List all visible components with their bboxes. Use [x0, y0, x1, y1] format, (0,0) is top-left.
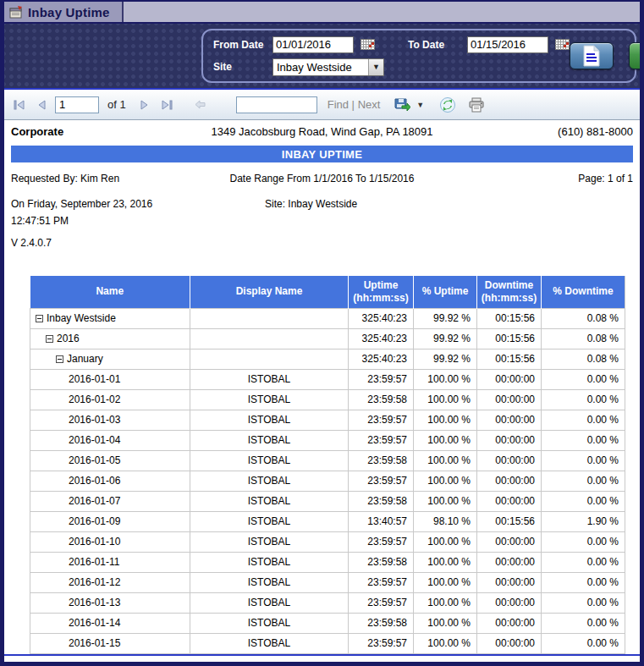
cell-uptime: 23:59:58 [349, 491, 414, 511]
from-date-calendar-icon[interactable] [361, 39, 375, 50]
view-report-button[interactable] [570, 42, 614, 69]
cell-display-name [190, 328, 349, 349]
cell-display-name: ISTOBAL [190, 369, 349, 389]
cell-downtime: 00:15:56 [477, 328, 542, 349]
cell-name: Inbay Westside [30, 308, 190, 328]
cell-pct-uptime: 99.92 % [414, 349, 477, 369]
tab-title: Inbay Uptime [28, 5, 110, 19]
cell-downtime: 00:00:00 [477, 369, 542, 389]
tab-inbay-uptime[interactable]: Inbay Uptime [4, 2, 124, 22]
to-date-input[interactable] [467, 36, 548, 53]
app-window: Inbay Uptime From Date [0, 0, 644, 666]
action-buttons [570, 42, 644, 69]
page-number-input[interactable] [55, 96, 99, 113]
cell-pct-downtime: 0.00 % [542, 491, 625, 511]
cell-pct-uptime: 98.10 % [414, 511, 477, 531]
cell-pct-downtime: 0.00 % [542, 633, 625, 653]
table-row: 2016325:40:2399.92 %00:15:560.08 % [30, 328, 625, 349]
cell-pct-uptime: 100.00 % [414, 369, 477, 389]
table-body: Inbay Westside325:40:2399.92 %00:15:560.… [30, 308, 625, 653]
company-phone: (610) 881-8000 [438, 125, 633, 138]
collapse-toggle-icon[interactable] [46, 335, 53, 343]
cell-name: January [30, 349, 190, 369]
cell-downtime: 00:00:00 [477, 633, 542, 653]
cell-pct-downtime: 1.90 % [542, 511, 625, 531]
column-header: % Downtime [542, 276, 625, 308]
uptime-table: NameDisplay NameUptime(hh:mm:ss)% Uptime… [30, 276, 625, 654]
cell-downtime: 00:00:00 [477, 572, 542, 592]
cell-pct-uptime: 100.00 % [414, 430, 477, 450]
cell-display-name: ISTOBAL [190, 633, 349, 653]
cell-downtime: 00:00:00 [477, 491, 542, 511]
cell-uptime: 325:40:23 [349, 349, 414, 369]
first-page-icon[interactable] [11, 96, 28, 113]
site-select-arrow[interactable]: ▼ [368, 59, 383, 75]
cell-downtime: 00:00:00 [477, 552, 542, 572]
save-button[interactable] [629, 42, 644, 69]
column-header: % Uptime [414, 276, 477, 308]
site-select-value: Inbay Westside [273, 61, 368, 74]
page-count-label: of 1 [107, 98, 126, 111]
table-row: 2016-01-10ISTOBAL23:59:57100.00 %00:00:0… [30, 531, 625, 552]
last-page-icon[interactable] [158, 96, 175, 113]
corporate-header-line: Corporate 1349 Jacobsburg Road, Wind Gap… [11, 125, 633, 140]
report-meta-line: Requested By: Kim Ren Date Range From 1/… [11, 173, 633, 186]
cell-pct-downtime: 0.00 % [542, 450, 625, 471]
cell-uptime: 23:59:58 [349, 552, 414, 572]
cell-pct-downtime: 0.08 % [542, 308, 625, 328]
refresh-icon[interactable] [439, 96, 456, 113]
collapse-toggle-icon[interactable] [56, 355, 63, 363]
next-link[interactable]: Next [358, 98, 381, 111]
cell-uptime: 23:59:57 [349, 410, 414, 430]
report-version: V 2.4.0.7 [11, 237, 633, 250]
cell-name: 2016-01-13 [30, 592, 190, 613]
export-dropdown-caret-icon[interactable]: ▼ [416, 101, 424, 109]
find-text-input[interactable] [236, 96, 317, 113]
cell-display-name: ISTOBAL [190, 572, 349, 592]
back-to-parent-icon[interactable] [192, 96, 209, 113]
table-row: 2016-01-07ISTOBAL23:59:58100.00 %00:00:0… [30, 491, 625, 511]
find-next-separator: | [352, 98, 355, 111]
cell-downtime: 00:15:56 [477, 511, 542, 531]
collapse-toggle-icon[interactable] [36, 315, 43, 322]
site-select[interactable]: Inbay Westside ▼ [272, 58, 384, 76]
cell-name: 2016-01-12 [30, 572, 190, 592]
table-row: 2016-01-13ISTOBAL23:59:57100.00 %00:00:0… [30, 592, 625, 613]
cell-display-name: ISTOBAL [190, 450, 349, 471]
cell-downtime: 00:00:00 [477, 389, 542, 410]
company-address: 1349 Jacobsburg Road, Wind Gap, PA 18091 [206, 125, 438, 138]
print-icon[interactable] [468, 96, 485, 113]
to-date-calendar-icon[interactable] [555, 39, 570, 50]
cell-display-name: ISTOBAL [190, 430, 349, 450]
row-name-label: 2016-01-03 [69, 414, 120, 426]
date-range: Date Range From 1/1/2016 To 1/15/2016 [206, 173, 438, 184]
export-icon[interactable] [394, 96, 410, 113]
previous-page-icon[interactable] [33, 96, 50, 113]
table-row: 2016-01-12ISTOBAL23:59:57100.00 %00:00:0… [30, 572, 625, 592]
table-row: 2016-01-09ISTOBAL13:40:5798.10 %00:15:56… [30, 511, 625, 531]
next-page-icon[interactable] [136, 96, 153, 113]
cell-uptime: 23:59:57 [349, 430, 414, 450]
table-row: 2016-01-01ISTOBAL23:59:57100.00 %00:00:0… [30, 369, 625, 389]
generated-line: On Friday, September 23, 2016 Site: Inba… [11, 198, 633, 212]
cell-pct-uptime: 100.00 % [414, 531, 477, 552]
column-header: Name [30, 276, 190, 308]
cell-display-name [190, 349, 349, 369]
generated-date: On Friday, September 23, 2016 [11, 198, 265, 212]
cell-pct-uptime: 100.00 % [414, 633, 477, 653]
cell-display-name: ISTOBAL [190, 491, 349, 511]
cell-uptime: 23:59:57 [349, 471, 414, 491]
site-field-row: Site Inbay Westside ▼ [213, 58, 384, 76]
find-link[interactable]: Find [328, 98, 349, 111]
from-date-input[interactable] [272, 36, 354, 53]
cell-pct-uptime: 100.00 % [414, 552, 477, 572]
cell-uptime: 23:59:57 [349, 531, 414, 552]
filter-panel: From Date To Date [4, 24, 640, 90]
cell-name: 2016-01-06 [30, 471, 190, 491]
cell-name: 2016-01-05 [30, 450, 190, 471]
cell-pct-downtime: 0.00 % [542, 389, 625, 410]
floppy-disk-icon [641, 46, 644, 66]
cell-display-name: ISTOBAL [190, 511, 349, 531]
cell-display-name: ISTOBAL [190, 552, 349, 572]
report-toolbar: of 1 Find | Next [4, 90, 640, 120]
